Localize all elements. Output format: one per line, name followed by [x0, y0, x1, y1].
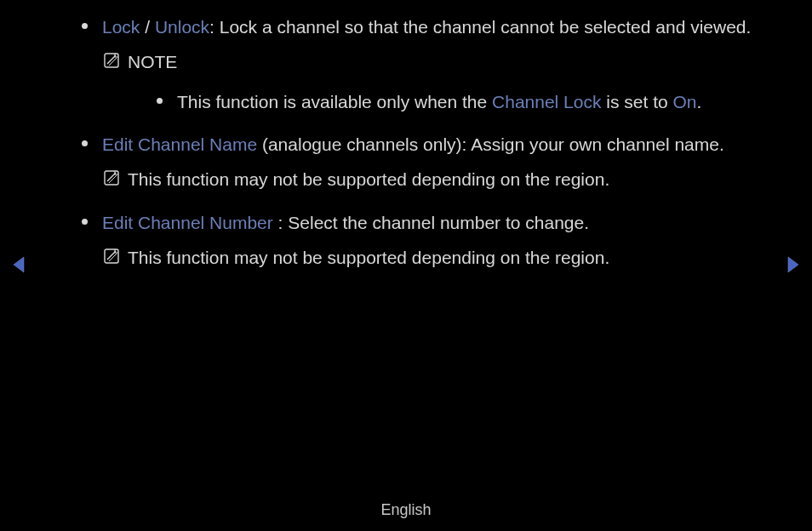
- svg-marker-1: [788, 257, 798, 272]
- list-item: Lock / Unlock: Lock a channel so that th…: [66, 10, 761, 119]
- footer-language: English: [0, 501, 812, 519]
- svg-rect-2: [105, 54, 118, 67]
- lock-label: Lock: [102, 17, 140, 37]
- next-page-arrow[interactable]: [786, 255, 800, 274]
- sub-pre: This function is available only when the: [177, 92, 492, 111]
- bullet-icon: [82, 23, 88, 29]
- unlock-label: Unlock: [155, 17, 209, 37]
- svg-marker-0: [14, 257, 24, 272]
- edit-name-desc: Assign your own channel name.: [471, 134, 724, 154]
- edit-number-desc: : Select the channel number to change.: [273, 213, 589, 232]
- list-item: Edit Channel Name (analogue channels onl…: [66, 128, 761, 197]
- note-text: This function may not be supported depen…: [128, 240, 609, 276]
- on-label: On: [673, 92, 697, 111]
- edit-channel-name-label: Edit Channel Name: [102, 134, 257, 154]
- bullet-icon: [82, 140, 88, 146]
- lock-desc: : Lock a channel so that the channel can…: [209, 17, 751, 37]
- note-header: NOTE: [104, 44, 761, 80]
- svg-rect-8: [105, 249, 118, 263]
- manual-page: Lock / Unlock: Lock a channel so that th…: [0, 0, 812, 531]
- list-sub-item: This function is available only when the…: [153, 85, 761, 119]
- content-area: Lock / Unlock: Lock a channel so that th…: [66, 10, 761, 284]
- separator: /: [140, 17, 155, 37]
- note-label: NOTE: [128, 44, 177, 80]
- paren-text: (analogue channels only):: [257, 134, 471, 154]
- bullet-icon: [82, 219, 88, 225]
- bullet-icon: [157, 98, 163, 104]
- note-icon: [104, 170, 119, 186]
- channel-lock-label: Channel Lock: [492, 92, 601, 111]
- previous-page-arrow[interactable]: [12, 255, 26, 274]
- edit-channel-number-label: Edit Channel Number: [102, 213, 273, 232]
- svg-rect-5: [105, 171, 118, 185]
- note-text: This function may not be supported depen…: [128, 162, 609, 197]
- note-icon: [104, 53, 119, 68]
- sub-post: .: [697, 92, 702, 111]
- note-icon: [104, 248, 119, 264]
- sub-mid: is set to: [601, 92, 672, 111]
- note-line: This function may not be supported depen…: [104, 240, 761, 276]
- list-item: Edit Channel Number : Select the channel…: [66, 206, 761, 276]
- note-line: This function may not be supported depen…: [104, 162, 761, 197]
